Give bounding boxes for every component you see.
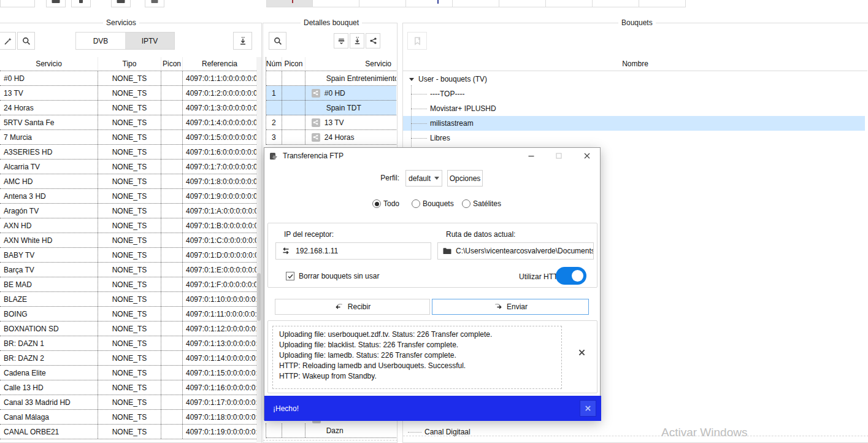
table-row[interactable]: Aragón TVNONE_TS4097:0:1:A:0:0:0:0:0:0 bbox=[0, 204, 256, 218]
table-row[interactable]: Spain TDT bbox=[266, 101, 396, 115]
toolbar-button-save[interactable] bbox=[71, 0, 91, 7]
column-header[interactable]: Tipo bbox=[98, 57, 161, 71]
table-row[interactable]: BR: DAZN 1NONE_TS4097:0:1:13:0:0:0:0:0:0 bbox=[0, 336, 256, 351]
bouquets-tree-header[interactable]: Nombre bbox=[403, 57, 867, 71]
delete-unused-checkbox[interactable]: Borrar bouquets sin usar bbox=[286, 272, 379, 280]
table-row[interactable]: 213 TV bbox=[266, 115, 396, 130]
dialog-titlebar[interactable]: Transferencia FTP bbox=[264, 148, 600, 164]
cell-num: 2 bbox=[266, 115, 282, 129]
tree-expander-icon[interactable] bbox=[409, 78, 414, 81]
file-tab[interactable] bbox=[546, 0, 593, 7]
table-row[interactable]: 13 TVNONE_TS4097:0:1:2:0:0:0:0:0:0 bbox=[0, 86, 256, 101]
table-row[interactable]: Barça TVNONE_TS4097:0:1:E:0:0:0:0:0:0 bbox=[0, 263, 256, 277]
table-row[interactable]: Alcarria TVNONE_TS4097:0:1:7:0:0:0:0:0:0 bbox=[0, 160, 256, 174]
scrollbar-thumb[interactable] bbox=[257, 273, 261, 321]
import-bouquet-button[interactable] bbox=[350, 33, 364, 48]
table-row[interactable]: Canal 33 Madrid HDNONE_TS4097:0:1:17:0:0… bbox=[0, 395, 256, 410]
tree-item[interactable]: ----TOP---- bbox=[403, 87, 865, 101]
cell-referencia: 4097:0:1:2:0:0:0:0:0:0 bbox=[183, 86, 256, 100]
import-services-button[interactable] bbox=[233, 32, 252, 50]
table-row[interactable]: Cadena EliteNONE_TS4097:0:1:15:0:0:0:0:0… bbox=[0, 366, 256, 380]
dismiss-status-button[interactable] bbox=[580, 400, 596, 417]
cell-tipo: NONE_TS bbox=[98, 395, 161, 409]
table-row[interactable]: 324 Horas bbox=[266, 130, 396, 145]
table-row[interactable]: Canal MálagaNONE_TS4097:0:1:18:0:0:0:0:0… bbox=[0, 410, 256, 425]
maximize-button[interactable] bbox=[550, 148, 568, 163]
radio-satelites[interactable]: Satélites bbox=[462, 199, 501, 208]
column-header[interactable]: Núm bbox=[266, 57, 282, 71]
table-row[interactable]: AMC HDNONE_TS4097:0:1:8:0:0:0:0:0:0 bbox=[0, 174, 256, 189]
cell-picon bbox=[161, 292, 183, 306]
radio-todo[interactable]: Todo bbox=[372, 199, 399, 208]
table-row[interactable]: BABY TVNONE_TS4097:0:1:D:0:0:0:0:0:0 bbox=[0, 248, 256, 263]
column-header[interactable]: Picon bbox=[282, 57, 305, 71]
table-row[interactable]: Antena 3 HDNONE_TS4097:0:1:9:0:0:0:0:0:0 bbox=[0, 189, 256, 204]
table-row[interactable]: A3SERIES HDNONE_TS4097:0:1:6:0:0:0:0:0:0 bbox=[0, 145, 256, 160]
table-row[interactable]: 7 MurciaNONE_TS4097:0:1:5:0:0:0:0:0:0 bbox=[0, 130, 256, 145]
tree-item[interactable]: User - bouquets (TV) bbox=[403, 72, 865, 87]
http-toggle[interactable] bbox=[556, 267, 586, 285]
send-button[interactable]: Enviar bbox=[432, 299, 589, 315]
table-row[interactable]: BE MADNONE_TS4097:0:1:F:0:0:0:0:0:0 bbox=[0, 277, 256, 292]
file-tab[interactable] bbox=[266, 0, 313, 7]
panel-bottom-edge bbox=[263, 440, 398, 441]
column-header[interactable]: Servicio bbox=[305, 57, 396, 71]
collapse-markers-button[interactable] bbox=[334, 33, 348, 48]
table-row[interactable]: BLAZENONE_TS4097:0:1:10:0:0:0:0:0:0 bbox=[0, 292, 256, 307]
toolbar-button-open[interactable] bbox=[46, 0, 66, 7]
column-header[interactable]: Picon bbox=[161, 57, 183, 71]
cell-picon bbox=[282, 130, 305, 144]
tab-dvb[interactable]: DVB bbox=[76, 33, 125, 49]
table-row[interactable]: Spain Entretenimiento bbox=[266, 71, 396, 86]
table-row[interactable]: BOINGNONE_TS4097:0:1:11:0:0:0:0:0:0 bbox=[0, 307, 256, 322]
file-tab[interactable] bbox=[313, 0, 359, 7]
file-tab[interactable] bbox=[359, 0, 406, 7]
table-row[interactable]: AXN White HDNONE_TS4097:0:1:C:0:0:0:0:0:… bbox=[0, 233, 256, 248]
search-services-button[interactable] bbox=[17, 32, 35, 50]
file-tab[interactable] bbox=[453, 0, 499, 7]
file-tab[interactable] bbox=[593, 0, 639, 7]
table-row[interactable]: BR: DAZN 2NONE_TS4097:0:1:14:0:0:0:0:0:0 bbox=[0, 351, 256, 366]
toolbar-button-export[interactable] bbox=[111, 0, 131, 7]
file-tab[interactable] bbox=[639, 0, 686, 7]
table-row[interactable]: AXN HDNONE_TS4097:0:1:B:0:0:0:0:0:0 bbox=[0, 218, 256, 233]
share-icon bbox=[369, 36, 378, 45]
ip-input[interactable]: 192.168.1.11 bbox=[275, 242, 431, 260]
file-tab[interactable] bbox=[406, 0, 453, 7]
tree-item[interactable]: Canal Digitaal bbox=[403, 425, 865, 439]
receive-button[interactable]: Recibir bbox=[275, 299, 430, 315]
dialog-title: Transferencia FTP bbox=[283, 152, 344, 160]
column-header[interactable]: Servicio bbox=[0, 57, 98, 71]
search-details-button[interactable] bbox=[269, 32, 286, 50]
table-row[interactable]: #0 HDNONE_TS4097:0:1:1:0:0:0:0:0:0 bbox=[0, 71, 256, 86]
stream-button[interactable] bbox=[366, 33, 380, 48]
path-input[interactable]: C:\Users\vicentearcosvalverde\Documents\ bbox=[437, 242, 594, 260]
minimize-button[interactable] bbox=[522, 148, 540, 163]
column-header[interactable]: Referencia bbox=[183, 57, 256, 71]
transfer-log[interactable]: Uploading file: userbouquet.zdf.tv. Stat… bbox=[272, 326, 562, 389]
magic-wand-button[interactable] bbox=[0, 32, 16, 50]
services-scrollbar[interactable] bbox=[256, 57, 261, 443]
tree-item[interactable]: Movistar+ IPLUSHD bbox=[403, 101, 865, 116]
tab-iptv[interactable]: IPTV bbox=[125, 33, 174, 49]
table-row[interactable]: Dazn bbox=[266, 423, 396, 438]
table-row[interactable]: BOXNATION SDNONE_TS4097:0:1:12:0:0:0:0:0… bbox=[0, 322, 256, 336]
table-row[interactable]: 1#0 HD bbox=[266, 86, 396, 101]
toolbar-button-cut[interactable] bbox=[0, 0, 35, 7]
table-row[interactable]: 5RTV Santa FeNONE_TS4097:0:1:4:0:0:0:0:0… bbox=[0, 115, 256, 130]
tree-item[interactable]: milistastream bbox=[403, 116, 865, 131]
cell-num bbox=[266, 71, 282, 85]
table-row[interactable]: Calle 13 HDNONE_TS4097:0:1:16:0:0:0:0:0:… bbox=[0, 380, 256, 395]
profile-select[interactable]: default bbox=[405, 170, 442, 187]
close-button[interactable] bbox=[577, 148, 597, 163]
toolbar-button-copy[interactable] bbox=[145, 0, 164, 7]
radio-bouquets[interactable]: Bouquets bbox=[412, 199, 454, 208]
options-button[interactable]: Opciones bbox=[447, 170, 483, 187]
add-bouquet-button[interactable] bbox=[407, 32, 427, 50]
file-tab[interactable] bbox=[499, 0, 546, 7]
cell-picon bbox=[161, 115, 183, 129]
clear-log-button[interactable] bbox=[578, 349, 586, 358]
tree-item[interactable]: Libres bbox=[403, 131, 865, 145]
table-row[interactable]: 24 HorasNONE_TS4097:0:1:3:0:0:0:0:0:0 bbox=[0, 101, 256, 115]
table-row[interactable]: CANAL ORBE21NONE_TS4097:0:1:19:0:0:0:0:0… bbox=[0, 425, 256, 439]
